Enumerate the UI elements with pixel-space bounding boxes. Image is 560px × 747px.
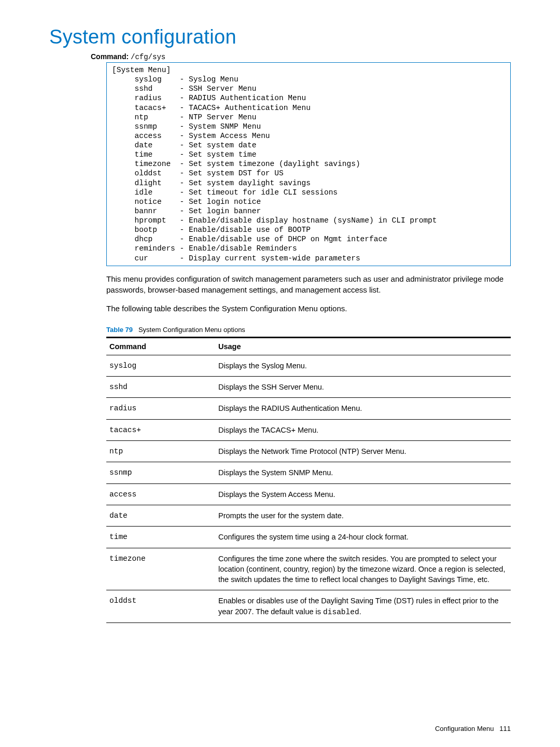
footer-section: Configuration Menu	[435, 725, 494, 732]
cmd-cell: radius	[106, 398, 215, 419]
table-row: accessDisplays the System Access Menu.	[106, 483, 511, 505]
usage-cell: Displays the System Access Menu.	[215, 483, 511, 505]
table-row: olddst Enables or disables use of the Da…	[106, 590, 511, 623]
usage-cell: Enables or disables use of the Daylight …	[215, 590, 511, 623]
table-row: radiusDisplays the RADIUS Authentication…	[106, 398, 511, 419]
usage-cell: Prompts the user for the system date.	[215, 505, 511, 526]
col-usage: Usage	[215, 337, 511, 355]
table-row: sshdDisplays the SSH Server Menu.	[106, 377, 511, 398]
usage-cell: Displays the RADIUS Authentication Menu.	[215, 398, 511, 419]
command-path: /cfg/sys	[131, 53, 165, 61]
cmd-cell: time	[106, 527, 215, 548]
usage-post: .	[359, 607, 361, 616]
options-table: Command Usage syslogDisplays the Syslog …	[106, 337, 511, 623]
table-caption-body: System Configuration Menu options	[138, 326, 245, 334]
page-footer: Configuration Menu 111	[435, 725, 511, 732]
footer-page: 111	[499, 725, 511, 732]
cmd-cell: syslog	[106, 355, 215, 376]
system-menu-code: [System Menu] syslog - Syslog Menu sshd …	[106, 62, 511, 266]
table-number: Table 79	[106, 326, 133, 334]
usage-cell: Displays the Network Time Protocol (NTP)…	[215, 441, 511, 462]
table-row: timeConfigures the system time using a 2…	[106, 527, 511, 548]
cmd-cell: timezone	[106, 548, 215, 590]
table-caption-text	[135, 326, 138, 334]
table-row: timezoneConfigures the time zone where t…	[106, 548, 511, 590]
usage-cell: Displays the Syslog Menu.	[215, 355, 511, 376]
usage-cell: Configures the system time using a 24-ho…	[215, 527, 511, 548]
usage-cell: Displays the TACACS+ Menu.	[215, 419, 511, 440]
cmd-cell: ssnmp	[106, 462, 215, 483]
usage-cell: Displays the System SNMP Menu.	[215, 462, 511, 483]
table-row: syslogDisplays the Syslog Menu.	[106, 355, 511, 376]
page-title: System configuration	[49, 26, 511, 48]
usage-cell: Displays the SSH Server Menu.	[215, 377, 511, 398]
cmd-cell: tacacs+	[106, 419, 215, 440]
table-row: ssnmpDisplays the System SNMP Menu.	[106, 462, 511, 483]
cmd-cell: access	[106, 483, 215, 505]
col-command: Command	[106, 337, 215, 355]
usage-cell: Configures the time zone where the switc…	[215, 548, 511, 590]
cmd-cell: olddst	[106, 590, 215, 623]
table-row: datePrompts the user for the system date…	[106, 505, 511, 526]
table-row: ntpDisplays the Network Time Protocol (N…	[106, 441, 511, 462]
cmd-cell: ntp	[106, 441, 215, 462]
cmd-cell: sshd	[106, 377, 215, 398]
usage-code: disabled	[323, 608, 359, 616]
table-header-row: Command Usage	[106, 337, 511, 355]
paragraph-intro: This menu provides configuration of swit…	[106, 273, 511, 296]
cmd-cell: date	[106, 505, 215, 526]
table-row: tacacs+Displays the TACACS+ Menu.	[106, 419, 511, 440]
command-line: Command: /cfg/sys	[91, 52, 511, 61]
table-caption: Table 79 System Configuration Menu optio…	[106, 326, 511, 334]
paragraph-table-lead: The following table describes the System…	[106, 303, 511, 314]
command-label: Command:	[91, 52, 129, 61]
